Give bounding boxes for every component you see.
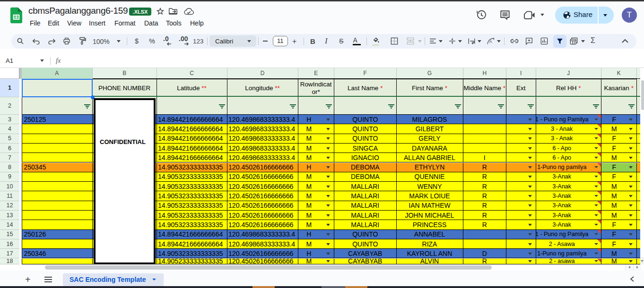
svg-text:A: A	[489, 40, 492, 44]
